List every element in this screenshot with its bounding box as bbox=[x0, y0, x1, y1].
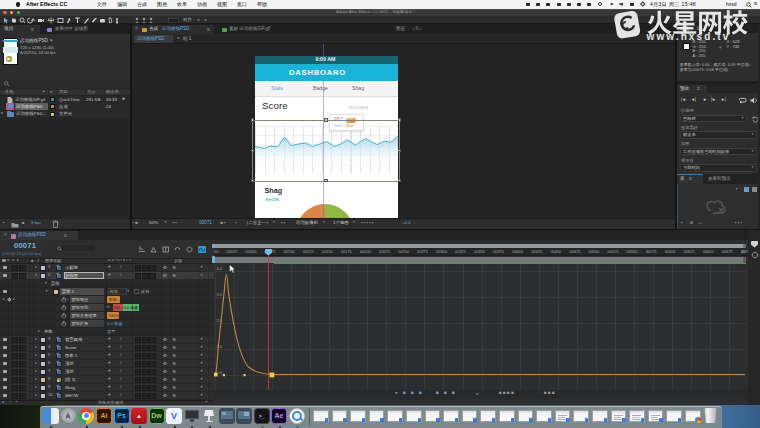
svg-text:www.hxsd.tv: www.hxsd.tv bbox=[646, 31, 731, 42]
